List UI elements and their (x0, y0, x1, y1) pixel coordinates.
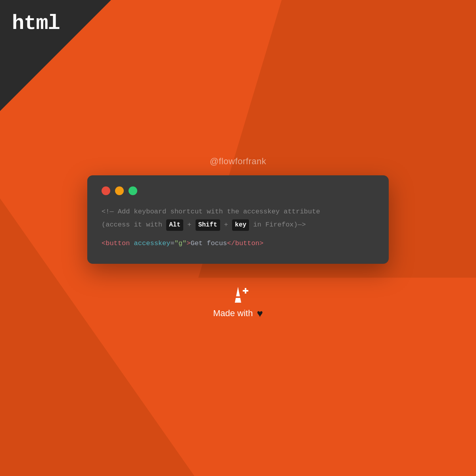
plus-vertical (245, 288, 246, 294)
open-tag: <button (102, 240, 130, 247)
code-block: <!— Add keyboard shortcut with the acces… (102, 206, 374, 250)
close-tag: </button> (227, 240, 263, 247)
heart-icon: ♥ (257, 307, 263, 320)
shift-badge: Shift (196, 219, 220, 231)
main-content: html @flowforfrank <!— Add keyboard shor… (0, 0, 476, 476)
made-with-label: Made with (213, 308, 253, 319)
bottom-logo: Made with ♥ (213, 284, 263, 320)
comment-line-2: (access it with Alt + Shift + key in Fir… (102, 219, 374, 231)
equals: = (170, 240, 174, 247)
comment-suffix: in Firefox)—> (249, 221, 306, 228)
inner-text: Get focus (190, 240, 227, 247)
code-line: <button accesskey="g">Get focus</button> (102, 238, 374, 250)
username: @flowforfrank (210, 156, 267, 167)
comment-line-1: <!— Add keyboard shortcut with the acces… (102, 206, 374, 218)
html-label: html (12, 12, 60, 35)
aplus-logo-icon (226, 284, 250, 304)
maximize-dot (129, 186, 137, 195)
made-with-row: Made with ♥ (213, 307, 263, 320)
plus-2: + (220, 221, 232, 228)
comment-text-1: <!— Add keyboard shortcut with the acces… (102, 208, 320, 215)
attr-name: accesskey (130, 240, 170, 247)
code-window: <!— Add keyboard shortcut with the acces… (87, 175, 389, 264)
close-dot (102, 186, 110, 195)
attr-value: "g" (175, 240, 187, 247)
alt-badge: Alt (166, 219, 183, 231)
comment-text-2-prefix: (access it with (102, 221, 166, 228)
plus-1: + (183, 221, 196, 228)
a-shape (235, 287, 241, 303)
tag-close: > (186, 240, 190, 247)
a-crossbar (236, 296, 240, 298)
key-badge: key (232, 219, 249, 231)
window-controls (102, 186, 374, 195)
minimize-dot (115, 186, 124, 195)
